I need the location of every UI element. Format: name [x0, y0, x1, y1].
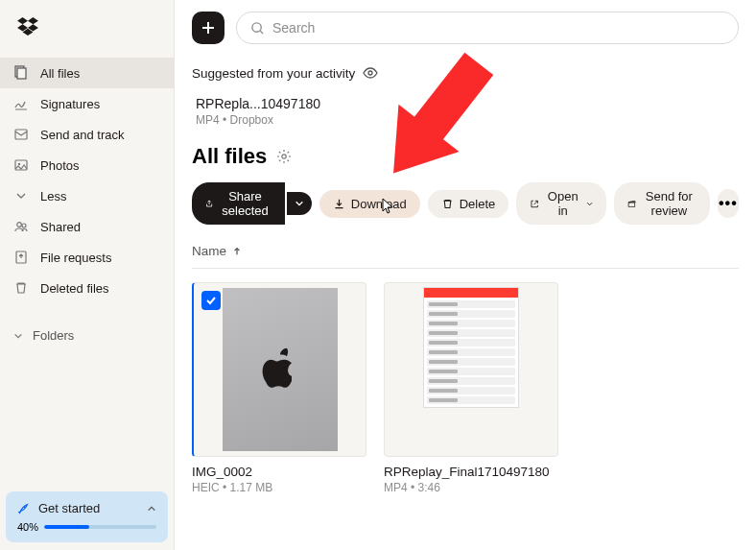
suggested-file-meta: MP4 • Dropbox — [196, 113, 739, 127]
svg-rect-2 — [15, 130, 27, 139]
svg-point-4 — [18, 163, 20, 165]
get-started-percent: 40% — [17, 521, 38, 533]
dropbox-logo — [17, 17, 174, 36]
svg-point-5 — [17, 223, 22, 227]
trash-icon — [441, 198, 454, 210]
folders-section[interactable]: Folders — [0, 321, 174, 350]
chevron-down-icon — [586, 200, 593, 208]
share-selected-button[interactable]: Share selected — [192, 182, 285, 225]
file-meta: MP4 • 3:46 — [384, 481, 558, 494]
check-icon — [205, 295, 217, 306]
sidebar-item-label: File requests — [40, 251, 111, 265]
plus-icon — [201, 20, 216, 36]
get-started-label: Get started — [38, 501, 100, 515]
sidebar-item-label: Photos — [40, 158, 79, 173]
delete-label: Delete — [460, 197, 496, 211]
sidebar-item-all-files[interactable]: All files — [0, 58, 174, 88]
open-in-icon — [530, 198, 539, 210]
file-thumbnail[interactable] — [192, 282, 366, 457]
files-icon — [13, 65, 29, 81]
svg-rect-12 — [628, 203, 635, 206]
apple-device-back — [223, 288, 338, 451]
file-thumbnail[interactable] — [384, 282, 558, 457]
sidebar-item-deleted[interactable]: Deleted files — [0, 273, 174, 303]
ellipsis-icon: ••• — [719, 195, 738, 212]
sidebar-item-label: Shared — [40, 220, 81, 234]
progress-bar — [44, 525, 156, 529]
sort-column-label: Name — [192, 244, 226, 258]
file-meta: HEIC • 1.17 MB — [192, 481, 366, 494]
sidebar-item-less[interactable]: Less — [0, 180, 174, 211]
sidebar-item-label: Send and track — [40, 128, 124, 142]
phone-settings-preview — [423, 287, 519, 408]
svg-point-11 — [282, 155, 286, 158]
download-label: Download — [351, 197, 407, 211]
arrow-up-icon — [232, 247, 242, 256]
chevron-down-icon — [13, 331, 23, 341]
search-input[interactable]: Search — [236, 12, 739, 44]
file-grid: IMG_0002 HEIC • 1.17 MB RPReplay_Final17… — [192, 282, 739, 494]
delete-button[interactable]: Delete — [428, 190, 509, 218]
sidebar-item-label: Less — [40, 189, 66, 203]
svg-point-9 — [252, 22, 261, 31]
sidebar-item-file-requests[interactable]: File requests — [0, 242, 174, 273]
svg-point-10 — [368, 71, 372, 75]
action-bar: Share selected Download Delete Open in S… — [192, 182, 739, 225]
open-in-label: Open in — [546, 189, 580, 218]
review-label: Send for review — [642, 189, 697, 218]
svg-point-6 — [22, 224, 26, 227]
signature-icon — [13, 96, 29, 111]
sidebar: All files Signatures Send and track Phot… — [0, 0, 175, 550]
folders-label: Folders — [33, 328, 74, 343]
file-card[interactable]: IMG_0002 HEIC • 1.17 MB — [192, 282, 366, 494]
sidebar-item-photos[interactable]: Photos — [0, 150, 174, 180]
checkbox-checked[interactable] — [201, 291, 221, 310]
share-icon — [205, 198, 213, 210]
clapper-icon — [627, 197, 636, 210]
search-icon — [250, 21, 265, 36]
send-for-review-button[interactable]: Send for review — [614, 182, 710, 225]
main-content: Search Suggested from your activity RPRe… — [175, 0, 756, 550]
svg-rect-1 — [17, 68, 26, 79]
sidebar-item-label: All files — [40, 66, 80, 81]
gear-icon[interactable] — [276, 149, 292, 164]
svg-point-8 — [24, 506, 26, 508]
file-name: RPReplay_Final1710497180 — [384, 465, 558, 479]
suggested-label: Suggested from your activity — [192, 66, 355, 81]
sidebar-item-label: Signatures — [40, 97, 100, 111]
sidebar-item-shared[interactable]: Shared — [0, 211, 174, 242]
download-icon — [333, 198, 345, 210]
chevron-down-icon — [13, 188, 29, 203]
page-title: All files — [192, 144, 267, 169]
suggested-file[interactable]: RPRepla...10497180 MP4 • Dropbox — [196, 96, 739, 127]
sidebar-item-send-track[interactable]: Send and track — [0, 119, 174, 150]
file-card[interactable]: RPReplay_Final1710497180 MP4 • 3:46 — [384, 282, 558, 494]
share-label: Share selected — [219, 189, 272, 218]
chevron-down-icon — [295, 199, 304, 208]
search-placeholder: Search — [272, 20, 315, 36]
rocket-icon — [17, 502, 31, 515]
sidebar-item-label: Deleted files — [40, 281, 109, 296]
table-header-name[interactable]: Name — [192, 244, 739, 269]
download-button[interactable]: Download — [319, 190, 420, 218]
sidebar-item-signatures[interactable]: Signatures — [0, 88, 174, 119]
cursor-icon — [382, 198, 395, 215]
shared-icon — [13, 219, 29, 234]
send-icon — [13, 127, 29, 142]
chevron-up-icon — [147, 504, 156, 514]
suggested-file-name: RPRepla...10497180 — [196, 96, 739, 111]
trash-icon — [13, 280, 29, 296]
more-button[interactable]: ••• — [718, 189, 739, 218]
add-button[interactable] — [192, 12, 224, 44]
get-started-card[interactable]: Get started 40% — [6, 491, 168, 542]
eye-icon[interactable] — [363, 65, 378, 81]
request-icon — [13, 250, 29, 265]
share-dropdown-button[interactable] — [287, 192, 312, 215]
suggested-header: Suggested from your activity — [192, 65, 739, 81]
open-in-button[interactable]: Open in — [516, 182, 606, 225]
file-name: IMG_0002 — [192, 465, 366, 479]
photos-icon — [13, 157, 29, 173]
